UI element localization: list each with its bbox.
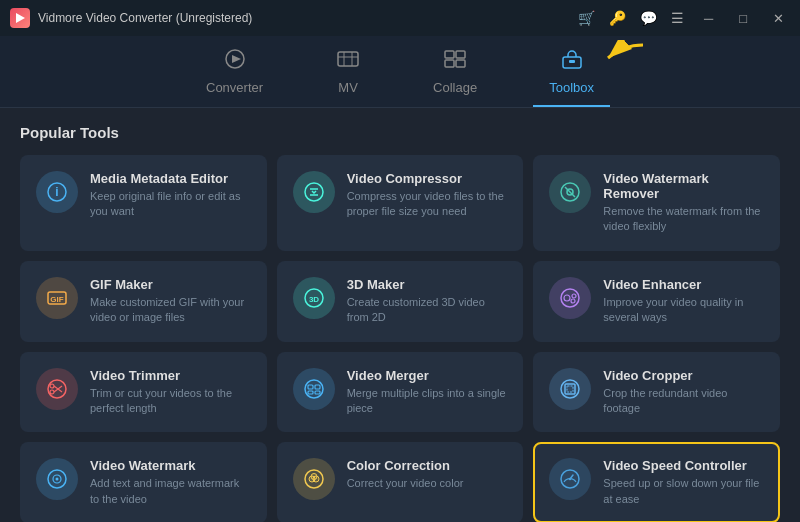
svg-point-30 [48,380,66,398]
maximize-button[interactable]: □ [733,9,753,28]
svg-rect-3 [338,52,358,66]
video-trimmer-icon [36,368,78,410]
tool-video-enhancer[interactable]: Video Enhancer Improve your video qualit… [533,261,780,342]
tool-info: Video Watermark Add text and image water… [90,458,251,507]
svg-point-52 [569,478,571,480]
video-compressor-icon [293,171,335,213]
tool-video-compressor[interactable]: Video Compressor Compress your video fil… [277,155,524,251]
tools-grid: i Media Metadata Editor Keep original fi… [20,155,780,522]
tool-3d-maker[interactable]: 3D 3D Maker Create customized 3D video f… [277,261,524,342]
main-content: Popular Tools i Media Metadata Editor Ke… [0,108,800,522]
video-enhancer-icon [549,277,591,319]
cart-icon[interactable]: 🛒 [578,10,595,26]
tool-name: Color Correction [347,458,508,473]
tool-desc: Keep original file info or edit as you w… [90,189,251,220]
svg-rect-10 [456,60,465,67]
svg-marker-2 [232,55,241,63]
svg-rect-37 [315,385,320,389]
tool-name: Video Watermark Remover [603,171,764,201]
svg-point-31 [50,384,54,388]
tool-name: Video Watermark [90,458,251,473]
tool-media-metadata-editor[interactable]: i Media Metadata Editor Keep original fi… [20,155,267,251]
tool-info: Video Enhancer Improve your video qualit… [603,277,764,326]
tab-mv[interactable]: MV [319,44,377,107]
tool-name: Video Speed Controller [603,458,764,473]
app-title: Vidmore Video Converter (Unregistered) [38,11,252,25]
tool-video-watermark[interactable]: Video Watermark Add text and image water… [20,442,267,522]
converter-icon [222,48,248,76]
svg-rect-12 [569,60,575,63]
tool-info: Video Merger Merge multiple clips into a… [347,368,508,417]
svg-point-32 [50,390,54,394]
svg-point-49 [311,474,317,480]
tool-video-trimmer[interactable]: Video Trimmer Trim or cut your videos to… [20,352,267,433]
svg-rect-42 [567,386,573,392]
tool-video-speed-controller[interactable]: Video Speed Controller Speed up or slow … [533,442,780,522]
tool-desc: Crop the redundant video footage [603,386,764,417]
tab-converter-label: Converter [206,80,263,95]
tool-info: Video Trimmer Trim or cut your videos to… [90,368,251,417]
video-watermark-icon [36,458,78,500]
key-icon[interactable]: 🔑 [609,10,626,26]
svg-text:GIF: GIF [50,295,63,304]
watermark-remover-icon [549,171,591,213]
tool-desc: Trim or cut your videos to the perfect l… [90,386,251,417]
svg-rect-8 [456,51,465,58]
tool-name: Media Metadata Editor [90,171,251,186]
tool-info: Video Compressor Compress your video fil… [347,171,508,220]
nav-tabs: Converter MV Collage [0,36,800,108]
tool-name: Video Merger [347,368,508,383]
mv-icon [335,48,361,76]
section-title: Popular Tools [20,124,780,141]
tool-video-merger[interactable]: Video Merger Merge multiple clips into a… [277,352,524,433]
tool-desc: Improve your video quality in several wa… [603,295,764,326]
tool-name: Video Cropper [603,368,764,383]
svg-rect-7 [445,51,454,58]
svg-point-40 [561,380,579,398]
tool-info: Video Speed Controller Speed up or slow … [603,458,764,507]
svg-rect-36 [308,385,313,389]
tool-name: Video Enhancer [603,277,764,292]
tab-toolbox[interactable]: Toolbox [533,44,610,107]
toolbox-icon [559,48,585,76]
tool-info: GIF Maker Make customized GIF with your … [90,277,251,326]
tool-name: Video Compressor [347,171,508,186]
tool-desc: Merge multiple clips into a single piece [347,386,508,417]
title-bar-right: 🛒 🔑 💬 ☰ ─ □ ✕ [578,9,790,28]
svg-point-45 [56,478,59,481]
tool-desc: Speed up or slow down your file at ease [603,476,764,507]
title-bar-left: Vidmore Video Converter (Unregistered) [10,8,252,28]
tool-video-watermark-remover[interactable]: Video Watermark Remover Remove the water… [533,155,780,251]
video-cropper-icon [549,368,591,410]
tool-desc: Add text and image watermark to the vide… [90,476,251,507]
tool-info: Video Cropper Crop the redundant video f… [603,368,764,417]
tab-collage[interactable]: Collage [417,44,493,107]
minimize-button[interactable]: ─ [698,9,719,28]
video-merger-icon [293,368,335,410]
svg-rect-9 [445,60,454,67]
tool-gif-maker[interactable]: GIF GIF Maker Make customized GIF with y… [20,261,267,342]
arrow-annotation [588,40,648,73]
tool-info: Color Correction Correct your video colo… [347,458,508,491]
tool-desc: Remove the watermark from the video flex… [603,204,764,235]
tool-desc: Correct your video color [347,476,508,491]
collage-icon [442,48,468,76]
gif-maker-icon: GIF [36,277,78,319]
svg-marker-0 [16,13,25,23]
svg-text:i: i [55,185,58,199]
menu-icon[interactable]: ☰ [671,10,684,26]
svg-rect-39 [315,391,320,394]
tool-desc: Make customized GIF with your video or i… [90,295,251,326]
chat-icon[interactable]: 💬 [640,10,657,26]
svg-rect-38 [308,391,313,394]
tool-name: 3D Maker [347,277,508,292]
color-correction-icon [293,458,335,500]
svg-text:3D: 3D [309,295,319,304]
tool-desc: Compress your video files to the proper … [347,189,508,220]
tool-color-correction[interactable]: Color Correction Correct your video colo… [277,442,524,522]
svg-point-29 [571,299,575,303]
tool-video-cropper[interactable]: Video Cropper Crop the redundant video f… [533,352,780,433]
tool-name: Video Trimmer [90,368,251,383]
tab-converter[interactable]: Converter [190,44,279,107]
close-button[interactable]: ✕ [767,9,790,28]
